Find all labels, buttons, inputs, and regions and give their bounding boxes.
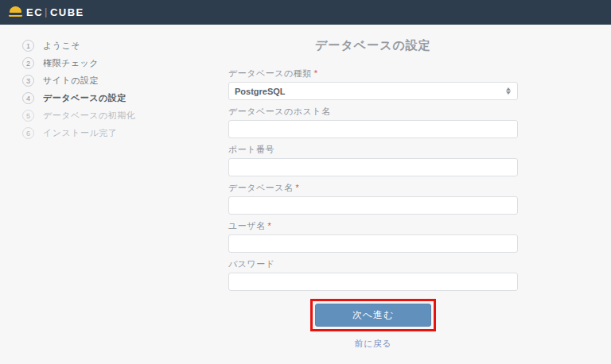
field-label-text: データベースの種類 — [228, 68, 312, 78]
back-row: 前に戻る — [228, 338, 518, 350]
ec-cube-logo: EC | CUBE — [9, 6, 84, 19]
step-number-badge: 6 — [22, 127, 34, 139]
step-number-badge: 3 — [22, 75, 34, 87]
step-label: 権限チェック — [43, 57, 99, 69]
field-port-number: ポート番号 — [228, 145, 518, 176]
database-name-input[interactable] — [228, 196, 518, 215]
step-number-badge: 4 — [22, 92, 34, 104]
logo-text-cube: CUBE — [50, 6, 84, 18]
field-label-text: ポート番号 — [228, 145, 274, 154]
field-label: データベース名* — [228, 183, 518, 192]
annotation-highlight-box: 次へ進む — [310, 299, 436, 331]
step-label: インストール完了 — [43, 127, 117, 139]
field-label-text: ユーザ名 — [228, 221, 266, 230]
step-site-settings: 3 サイトの設定 — [22, 75, 135, 87]
database-settings-form: データベースの設定 データベースの種類* PostgreSQL データベースのホ… — [228, 38, 518, 350]
field-label-text: データベースのホスト名 — [228, 106, 331, 116]
step-label: データベースの初期化 — [43, 110, 135, 122]
step-number-badge: 2 — [22, 57, 34, 69]
field-database-name: データベース名* — [228, 183, 518, 215]
button-row: 次へ進む — [228, 299, 518, 331]
logo-text: EC | CUBE — [26, 6, 84, 18]
step-welcome: 1 ようこそ — [22, 40, 135, 52]
required-marker: * — [296, 183, 300, 192]
field-database-type: データベースの種類* PostgreSQL — [228, 68, 518, 100]
required-marker: * — [268, 221, 272, 230]
select-stepper-icon — [506, 87, 511, 95]
user-name-input[interactable] — [228, 234, 518, 253]
step-number-badge: 1 — [22, 40, 34, 52]
field-label-text: パスワード — [228, 259, 275, 269]
page-title: データベースの設定 — [228, 38, 518, 53]
logo-separator: | — [45, 6, 49, 17]
field-label: データベースのホスト名 — [228, 106, 518, 116]
database-host-input[interactable] — [228, 120, 518, 138]
selected-value: PostgreSQL — [235, 87, 506, 96]
next-button[interactable]: 次へ進む — [315, 304, 431, 327]
step-database-init: 5 データベースの初期化 — [22, 110, 135, 122]
logo-text-ec: EC — [26, 6, 43, 18]
install-steps-sidebar: 1 ようこそ 2 権限チェック 3 サイトの設定 4 データベースの設定 5 デ… — [22, 40, 135, 139]
back-link[interactable]: 前に戻る — [355, 338, 392, 350]
ec-cube-mascot-icon — [9, 6, 22, 19]
password-input[interactable] — [228, 273, 518, 291]
app-header: EC | CUBE — [0, 0, 611, 25]
step-database-settings: 4 データベースの設定 — [22, 92, 135, 104]
step-permission-check: 2 権限チェック — [22, 57, 135, 69]
required-marker: * — [314, 68, 318, 78]
database-type-select[interactable]: PostgreSQL — [228, 82, 518, 100]
field-label: パスワード — [228, 259, 518, 269]
field-label-text: データベース名 — [228, 183, 294, 192]
port-number-input[interactable] — [228, 158, 518, 176]
field-label: ユーザ名* — [228, 221, 518, 230]
field-label: ポート番号 — [228, 145, 518, 154]
step-label: サイトの設定 — [43, 75, 99, 87]
step-install-complete: 6 インストール完了 — [22, 127, 135, 139]
step-label: データベースの設定 — [43, 92, 126, 104]
step-label: ようこそ — [43, 40, 80, 52]
step-number-badge: 5 — [22, 110, 34, 122]
field-label: データベースの種類* — [228, 68, 518, 78]
field-user-name: ユーザ名* — [228, 221, 518, 253]
field-password: パスワード — [228, 259, 518, 291]
field-database-host: データベースのホスト名 — [228, 106, 518, 138]
